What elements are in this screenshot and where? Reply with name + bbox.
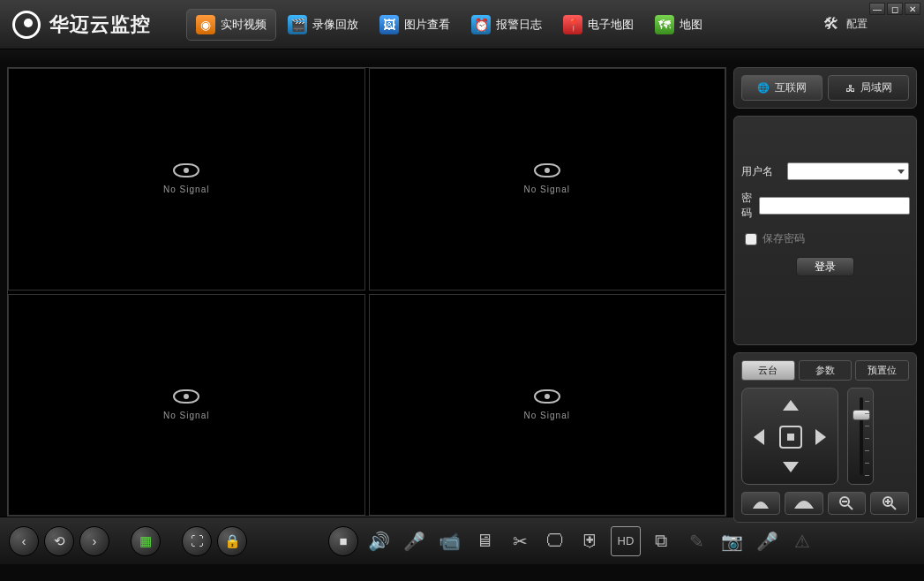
video-cell-2[interactable]: No Signal bbox=[369, 68, 726, 290]
app-logo: 华迈云监控 bbox=[5, 11, 151, 39]
svg-line-5 bbox=[848, 505, 853, 509]
ptz-speed-slider[interactable] bbox=[847, 388, 874, 485]
password-input[interactable] bbox=[759, 197, 910, 215]
tab-preset[interactable]: 预置位 bbox=[855, 360, 909, 381]
nav-film[interactable]: 🎬录像回放 bbox=[278, 9, 368, 41]
network-tabs-panel: 🌐 互联网 🖧 局域网 bbox=[733, 67, 917, 109]
lock-button[interactable]: 🔒 bbox=[217, 526, 247, 556]
username-select[interactable] bbox=[787, 162, 909, 180]
alarm-icon: ⏰ bbox=[471, 15, 491, 34]
app-title: 华迈云监控 bbox=[49, 11, 151, 38]
mic2-icon[interactable]: 🎤 bbox=[752, 526, 782, 556]
no-signal-label: No Signal bbox=[163, 185, 209, 194]
hd-icon[interactable]: HD bbox=[611, 526, 641, 556]
zoom-out-button[interactable] bbox=[828, 492, 867, 515]
nav-label: 图片查看 bbox=[404, 17, 450, 33]
slider-thumb[interactable] bbox=[853, 410, 870, 420]
bottom-toolbar: ‹ ⟲ › ▦ ⛶ 🔒 ■ 🔊 🎤 📹 🖥 ✂ 🖵 ⛨ HD ⧉ ✎ 📷 🎤 ⚠ bbox=[0, 517, 924, 564]
focus-far-button[interactable] bbox=[785, 492, 823, 515]
nav-map[interactable]: 🗺地图 bbox=[645, 9, 712, 41]
login-panel: 用户名 密码 保存密码 登录 bbox=[733, 116, 917, 345]
tab-params[interactable]: 参数 bbox=[799, 360, 853, 381]
eye-icon bbox=[173, 389, 199, 404]
video-cell-1[interactable]: No Signal bbox=[8, 68, 365, 290]
alert-icon[interactable]: ⚠ bbox=[787, 526, 817, 556]
no-signal-label: No Signal bbox=[524, 411, 570, 420]
nav-alarm[interactable]: ⏰报警日志 bbox=[462, 9, 552, 41]
no-signal-label: No Signal bbox=[163, 411, 209, 420]
tab-lan-label: 局域网 bbox=[860, 80, 892, 95]
nav-image[interactable]: 🖼图片查看 bbox=[370, 9, 460, 41]
login-button[interactable]: 登录 bbox=[796, 257, 854, 276]
video-cell-3[interactable]: No Signal bbox=[8, 294, 365, 517]
config-button[interactable]: 🛠 配置 bbox=[813, 10, 878, 39]
eye-icon bbox=[173, 163, 199, 177]
config-label: 配置 bbox=[846, 17, 868, 32]
no-signal-label: No Signal bbox=[524, 185, 570, 194]
nav-label: 地图 bbox=[680, 17, 702, 33]
side-column: 🌐 互联网 🖧 局域网 用户名 密码 保存密码 bbox=[733, 67, 917, 517]
camera-icon: ◉ bbox=[196, 15, 215, 34]
svg-marker-1 bbox=[783, 462, 799, 472]
volume-icon[interactable]: 🔊 bbox=[364, 526, 394, 556]
ptz-down-button[interactable] bbox=[779, 456, 802, 479]
tab-lan[interactable]: 🖧 局域网 bbox=[828, 75, 909, 101]
ptz-right-button[interactable] bbox=[809, 426, 832, 449]
tab-internet-label: 互联网 bbox=[775, 80, 807, 95]
refresh-button[interactable]: ⟲ bbox=[44, 526, 74, 556]
username-label: 用户名 bbox=[741, 164, 780, 179]
fullscreen-button[interactable]: ⛶ bbox=[182, 526, 212, 556]
nav-map-pin[interactable]: 📍电子地图 bbox=[553, 9, 643, 41]
nav-label: 录像回放 bbox=[312, 17, 358, 33]
camera2-icon[interactable]: 📷 bbox=[717, 526, 747, 556]
eye-icon bbox=[534, 389, 560, 404]
focus-near-button[interactable] bbox=[741, 492, 780, 515]
ptz-stop-button[interactable] bbox=[779, 426, 802, 449]
ptz-left-button[interactable] bbox=[747, 426, 770, 449]
stop-all-button[interactable]: ■ bbox=[328, 526, 358, 556]
video-grid: No Signal No Signal No Signal No Signal bbox=[7, 67, 726, 517]
device-icon[interactable]: 🖥 bbox=[470, 526, 500, 556]
main-nav: ◉实时视频🎬录像回放🖼图片查看⏰报警日志📍电子地图🗺地图 bbox=[186, 9, 712, 41]
minimize-button[interactable]: — bbox=[869, 3, 885, 15]
titlebar-reflection bbox=[0, 49, 924, 62]
video-cell-4[interactable]: No Signal bbox=[369, 294, 726, 517]
svg-marker-0 bbox=[783, 400, 799, 411]
lan-icon: 🖧 bbox=[845, 83, 855, 94]
svg-marker-3 bbox=[815, 429, 826, 445]
window-controls: — ◻ ✕ bbox=[869, 3, 920, 15]
film-icon: 🎬 bbox=[288, 15, 307, 34]
save-password-checkbox[interactable] bbox=[745, 233, 757, 245]
cast-icon[interactable]: ⧉ bbox=[646, 526, 676, 556]
zoom-in-button[interactable] bbox=[870, 492, 909, 515]
tab-ptz[interactable]: 云台 bbox=[741, 360, 795, 381]
record-icon[interactable]: 📹 bbox=[434, 526, 464, 556]
password-label: 密码 bbox=[741, 191, 752, 221]
save-password-label: 保存密码 bbox=[762, 231, 805, 246]
screen-icon[interactable]: 🖵 bbox=[540, 526, 570, 556]
layout-grid-button[interactable]: ▦ bbox=[131, 526, 161, 556]
nav-camera[interactable]: ◉实时视频 bbox=[186, 9, 276, 41]
map-icon: 🗺 bbox=[655, 15, 674, 34]
close-button[interactable]: ✕ bbox=[905, 3, 920, 15]
image-icon: 🖼 bbox=[379, 15, 399, 34]
eye-icon bbox=[534, 163, 560, 177]
maximize-button[interactable]: ◻ bbox=[887, 3, 903, 15]
edit-icon[interactable]: ✎ bbox=[681, 526, 711, 556]
next-button[interactable]: › bbox=[79, 526, 109, 556]
ptz-up-button[interactable] bbox=[779, 394, 802, 417]
nav-label: 电子地图 bbox=[588, 17, 634, 33]
snip-icon[interactable]: ✂ bbox=[505, 526, 535, 556]
ptz-dpad bbox=[741, 388, 838, 485]
shield-icon[interactable]: ⛨ bbox=[575, 526, 605, 556]
tab-internet[interactable]: 🌐 互联网 bbox=[741, 75, 823, 101]
nav-label: 报警日志 bbox=[496, 17, 542, 33]
globe-icon: 🌐 bbox=[757, 82, 770, 94]
nav-label: 实时视频 bbox=[221, 17, 267, 33]
gear-icon: 🛠 bbox=[823, 15, 839, 34]
ptz-panel: 云台 参数 预置位 bbox=[733, 352, 917, 523]
svg-line-8 bbox=[891, 505, 896, 509]
main-row: No Signal No Signal No Signal No Signal … bbox=[0, 62, 924, 517]
mic-icon[interactable]: 🎤 bbox=[399, 526, 429, 556]
prev-button[interactable]: ‹ bbox=[9, 526, 39, 556]
